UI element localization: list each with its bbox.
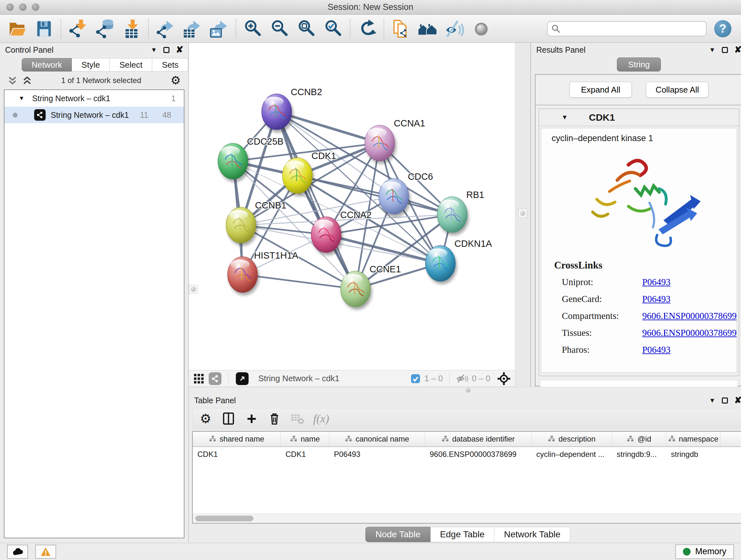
- tab-network-table[interactable]: Network Table: [494, 527, 570, 542]
- column-header-namespace[interactable]: namespace: [666, 432, 721, 446]
- window-minimize-button[interactable]: [19, 3, 26, 11]
- zoom-out-button[interactable]: [267, 17, 292, 41]
- memory-button[interactable]: Memory: [675, 544, 734, 559]
- left-panel-splitter[interactable]: [189, 43, 189, 543]
- column-header-name[interactable]: name: [281, 432, 329, 446]
- search-input[interactable]: [563, 23, 702, 34]
- tab-sets[interactable]: Sets: [152, 58, 188, 71]
- hide-graphics-details-button[interactable]: [442, 17, 467, 41]
- table-horizontal-scrollbar[interactable]: [193, 513, 741, 523]
- control-panel-close-icon[interactable]: ✘: [176, 47, 183, 53]
- window-close-button[interactable]: [6, 3, 14, 11]
- cell-description[interactable]: cyclin–dependent ...: [532, 447, 612, 462]
- entry-collapse-icon[interactable]: ▼: [561, 114, 568, 121]
- column-header--id[interactable]: @id: [612, 432, 666, 446]
- tab-select[interactable]: Select: [110, 58, 152, 71]
- expand-all-button[interactable]: Expand All: [569, 82, 632, 98]
- node-CDC6[interactable]: CDC6: [379, 172, 433, 217]
- results-panel-close-icon[interactable]: ✘: [734, 47, 741, 53]
- results-panel-menu-icon[interactable]: ▼: [709, 46, 716, 54]
- edge-HIST1H1A-CCNE1[interactable]: [243, 274, 355, 289]
- table-row[interactable]: CDK1CDK1P064939606.ENSP00000378699cyclin…: [193, 447, 741, 462]
- tab-style[interactable]: Style: [72, 58, 110, 71]
- crosslink-link[interactable]: P06493: [642, 294, 670, 304]
- tab-edge-table[interactable]: Edge Table: [430, 527, 495, 542]
- table-panel-float-icon[interactable]: [722, 397, 728, 403]
- grid-view-icon[interactable]: [193, 373, 204, 384]
- network-options-gear-icon[interactable]: ⚙: [171, 74, 181, 87]
- table-panel-splitter[interactable]: [189, 387, 741, 393]
- table-panel-close-icon[interactable]: ✘: [734, 397, 741, 403]
- column-header-database-identifier[interactable]: database identifier: [425, 432, 532, 446]
- new-network-from-selected-file-button[interactable]: [388, 17, 414, 41]
- import-network-from-database-icon: [95, 19, 114, 38]
- crosslink-link[interactable]: 9606.ENSP00000378699: [642, 327, 737, 338]
- window-zoom-button[interactable]: [32, 3, 39, 11]
- crosslink-link[interactable]: P06493: [642, 277, 670, 287]
- show-birds-eye-view-button[interactable]: [468, 17, 494, 41]
- crosslink-link[interactable]: P06493: [642, 345, 670, 355]
- birds-eye-view-icon[interactable]: [236, 372, 249, 385]
- crosslink-label: Pharos:: [562, 345, 642, 355]
- fit-selected-crosshair-icon[interactable]: [497, 372, 511, 385]
- create-column-icon[interactable]: +: [244, 411, 259, 426]
- column-header-shared-name[interactable]: shared name: [193, 432, 281, 446]
- import-network-from-database-button[interactable]: [92, 17, 118, 41]
- selected-checkbox-icon[interactable]: [410, 374, 421, 384]
- warning-icon: [40, 547, 51, 557]
- node-label-CDK1: CDK1: [312, 151, 336, 161]
- node-HIST1H1A[interactable]: HIST1H1A: [227, 250, 298, 295]
- node-CDKN1A[interactable]: CDKN1A: [425, 239, 492, 284]
- cell-name[interactable]: CDK1: [281, 447, 329, 462]
- tab-node-table[interactable]: Node Table: [365, 527, 430, 542]
- warnings-button[interactable]: [35, 545, 56, 559]
- cell-namespace[interactable]: stringdb: [666, 447, 721, 462]
- results-panel-float-icon[interactable]: [722, 47, 728, 53]
- apply-preferred-layout-button[interactable]: [354, 17, 380, 41]
- export-table-button[interactable]: [179, 17, 205, 41]
- import-network-from-file-button[interactable]: [65, 17, 91, 41]
- control-panel-menu-icon[interactable]: ▼: [151, 46, 157, 54]
- export-network-button[interactable]: [152, 17, 178, 41]
- cell-canonical-name[interactable]: P06493: [329, 447, 425, 462]
- tree-collapse-icon[interactable]: ▼: [18, 95, 24, 102]
- table-panel-menu-icon[interactable]: ▼: [709, 397, 716, 404]
- help-button[interactable]: ?: [714, 20, 731, 37]
- cell-shared-name[interactable]: CDK1: [193, 447, 281, 462]
- network-canvas[interactable]: CCNB2 CCNA1 CDC25B CDK1 CDC6 RB1: [189, 43, 515, 370]
- tab-network[interactable]: Network: [22, 58, 72, 71]
- table-settings-gear-icon[interactable]: ⚙: [198, 411, 213, 426]
- cloud-status-button[interactable]: [7, 545, 28, 559]
- tab-string[interactable]: String: [617, 57, 661, 71]
- control-panel-float-icon[interactable]: [163, 47, 170, 53]
- search-field[interactable]: [547, 21, 706, 37]
- network-tree-root-row[interactable]: ▼ String Network – cdk1 1: [4, 90, 184, 107]
- zoom-fit-content-button[interactable]: [293, 17, 319, 41]
- ndex-home-button[interactable]: [415, 17, 441, 41]
- zoom-in-button[interactable]: [240, 17, 266, 41]
- scrollbar-thumb[interactable]: [195, 516, 253, 521]
- column-header-canonical-name[interactable]: canonical name: [329, 432, 425, 446]
- network-tree-row[interactable]: String Network – cdk1 11 48: [4, 107, 184, 123]
- network-type-icon[interactable]: [209, 372, 221, 385]
- node-RB1[interactable]: RB1: [437, 190, 484, 235]
- show-columns-icon[interactable]: [221, 411, 236, 426]
- zoom-selected-region-button[interactable]: [320, 17, 346, 41]
- table-toolbar: ⚙ +: [192, 408, 741, 429]
- collapse-all-button[interactable]: Collapse All: [646, 82, 709, 98]
- results-scrollbar[interactable]: [540, 380, 738, 388]
- import-table-from-file-button[interactable]: [119, 17, 144, 41]
- save-session-button[interactable]: [31, 17, 57, 41]
- collapse-all-icon[interactable]: [8, 76, 17, 85]
- delete-columns-icon[interactable]: [267, 411, 282, 426]
- column-header-description[interactable]: description: [532, 432, 612, 446]
- cell-database-identifier[interactable]: 9606.ENSP00000378699: [425, 447, 532, 462]
- expand-all-icon[interactable]: [22, 76, 32, 85]
- open-session-button[interactable]: [4, 17, 30, 41]
- edge-CCNB2-CCNE1[interactable]: [277, 112, 355, 289]
- export-image-button[interactable]: [206, 17, 232, 41]
- node-CCNE1[interactable]: CCNE1: [340, 264, 401, 310]
- crosslink-link[interactable]: 9606.ENSP00000378699: [642, 311, 737, 321]
- cell--id[interactable]: stringdb:9...: [612, 447, 666, 462]
- right-panel-splitter[interactable]: [515, 43, 531, 387]
